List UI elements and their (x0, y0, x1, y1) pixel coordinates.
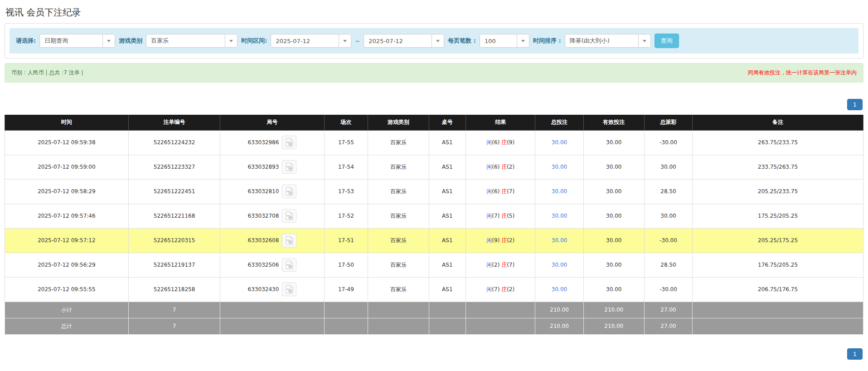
search-button[interactable]: 查询 (655, 34, 679, 48)
payout: -30.00 (645, 228, 693, 253)
video-file-icon[interactable] (282, 283, 296, 296)
info-bar: 币别 : 人民币 | 总共 :7 注单 | 同局有效投注，统一计算在该局第一张注… (5, 63, 863, 83)
valid-bet: 30.00 (583, 155, 644, 179)
round-id-cell: 633032430 (220, 277, 324, 302)
round-id: 633032506 (248, 262, 279, 268)
valid-bet: 30.00 (583, 228, 644, 253)
bet-id: 522651224232 (128, 130, 220, 155)
round-id: 633032893 (248, 164, 279, 170)
chevron-down-icon[interactable] (339, 34, 351, 47)
date-from-select[interactable]: 2025-07-12 (271, 34, 351, 48)
date-to-select[interactable]: 2025-07-12 (364, 34, 444, 48)
round-id-cell: 633032506 (220, 253, 324, 277)
bet-id: 522651220315 (128, 228, 220, 253)
currency-summary-text: 币别 : 人民币 | 总共 :7 注单 | (11, 69, 83, 77)
valid-bet: 30.00 (583, 204, 644, 228)
video-file-icon[interactable] (282, 136, 296, 149)
page-size-label: 每页笔数 : (448, 37, 476, 45)
table-row-highlighted: 2025-07-12 09:57:12 522651220315 6330326… (5, 228, 863, 253)
col-note: 备注 (693, 115, 863, 130)
total-valid-bet: 210.00 (583, 318, 644, 334)
note: 205.25/175.25 (693, 228, 863, 253)
bet-id: 522651221168 (128, 204, 220, 228)
query-type-select[interactable]: 日期查询 (39, 34, 115, 48)
subtotal-label: 小计 (5, 302, 129, 318)
payout: -30.00 (645, 277, 693, 302)
total-bet-link[interactable]: 30.00 (552, 139, 567, 146)
video-file-icon[interactable] (282, 234, 296, 247)
note: 175.25/205.25 (693, 204, 863, 228)
bet-time: 2025-07-12 09:55:55 (5, 277, 129, 302)
total-count: 7 (128, 318, 220, 334)
chevron-down-icon[interactable] (432, 34, 444, 47)
subtotal-payout: 27.00 (645, 302, 693, 318)
chevron-down-icon[interactable] (638, 34, 650, 47)
banker-result: 庄 (501, 237, 507, 244)
subtotal-count: 7 (128, 302, 220, 318)
total-bet-link[interactable]: 30.00 (552, 188, 567, 195)
result-cell: 闲(9) 庄(2) (466, 228, 535, 253)
filter-bar: 请选择: 日期查询 游戏类别 百家乐 时间区间: 2025-07-12 ~ 20… (10, 28, 858, 54)
page-1-button[interactable]: 1 (847, 348, 863, 360)
game-type: 百家乐 (368, 204, 429, 228)
bet-id: 522651222451 (128, 179, 220, 204)
round-id-cell: 633032893 (220, 155, 324, 179)
table-no: AS1 (429, 179, 466, 204)
round-id: 633032986 (248, 139, 279, 146)
table-no: AS1 (429, 155, 466, 179)
table-no: AS1 (429, 277, 466, 302)
player-result: 闲 (486, 213, 492, 219)
video-file-icon[interactable] (282, 258, 296, 272)
valid-bet: 30.00 (583, 179, 644, 204)
session: 17-51 (324, 228, 368, 253)
date-separator: ~ (355, 38, 360, 44)
bet-time: 2025-07-12 09:59:00 (5, 155, 129, 179)
page-size-select[interactable]: 100 (480, 34, 529, 48)
result-cell: 闲(7) 庄(2) (466, 277, 535, 302)
game-type: 百家乐 (368, 228, 429, 253)
game-type: 百家乐 (368, 179, 429, 204)
session: 17-54 (324, 155, 368, 179)
chevron-down-icon[interactable] (517, 34, 529, 47)
video-file-icon[interactable] (282, 209, 296, 223)
session: 17-49 (324, 277, 368, 302)
total-bet-link[interactable]: 30.00 (552, 213, 567, 219)
banker-result: 庄 (501, 164, 507, 170)
bet-time: 2025-07-12 09:57:12 (5, 228, 129, 253)
subtotal-valid-bet: 210.00 (583, 302, 644, 318)
total-bet-cell: 30.00 (535, 179, 583, 204)
round-id: 633032608 (248, 237, 279, 244)
game-type: 百家乐 (368, 253, 429, 277)
result-cell: 闲(6) 庄(2) (466, 155, 535, 179)
total-bet-link[interactable]: 30.00 (552, 164, 567, 170)
game-type: 百家乐 (368, 155, 429, 179)
total-bet-link[interactable]: 30.00 (552, 237, 567, 244)
total-label: 总计 (5, 318, 129, 334)
col-game-type: 游戏类别 (368, 115, 429, 130)
video-file-icon[interactable] (282, 160, 296, 174)
col-round-id: 局号 (220, 115, 324, 130)
chevron-down-icon[interactable] (225, 34, 237, 47)
bet-time: 2025-07-12 09:57:46 (5, 204, 129, 228)
order-select[interactable]: 降幂(由大到小) (565, 34, 651, 48)
session: 17-50 (324, 253, 368, 277)
game-type-select[interactable]: 百家乐 (146, 34, 238, 48)
table-no: AS1 (429, 253, 466, 277)
warning-text: 同局有效投注，统一计算在该局第一张注单内 (748, 69, 857, 77)
valid-bet: 30.00 (583, 253, 644, 277)
bet-id: 522651223327 (128, 155, 220, 179)
player-result: 闲 (486, 188, 492, 195)
game-type-value: 百家乐 (146, 34, 225, 47)
total-bet-link[interactable]: 30.00 (552, 262, 567, 268)
round-id: 633032810 (248, 188, 279, 195)
page-1-button[interactable]: 1 (847, 99, 863, 110)
round-id-cell: 633032708 (220, 204, 324, 228)
bet-id: 522651218258 (128, 277, 220, 302)
col-table-no: 桌号 (429, 115, 466, 130)
video-file-icon[interactable] (282, 185, 296, 198)
valid-bet: 30.00 (583, 130, 644, 155)
chevron-down-icon[interactable] (102, 34, 115, 47)
banker-result: 庄 (501, 262, 507, 268)
page-size-value: 100 (480, 34, 517, 47)
total-bet-link[interactable]: 30.00 (552, 286, 567, 293)
